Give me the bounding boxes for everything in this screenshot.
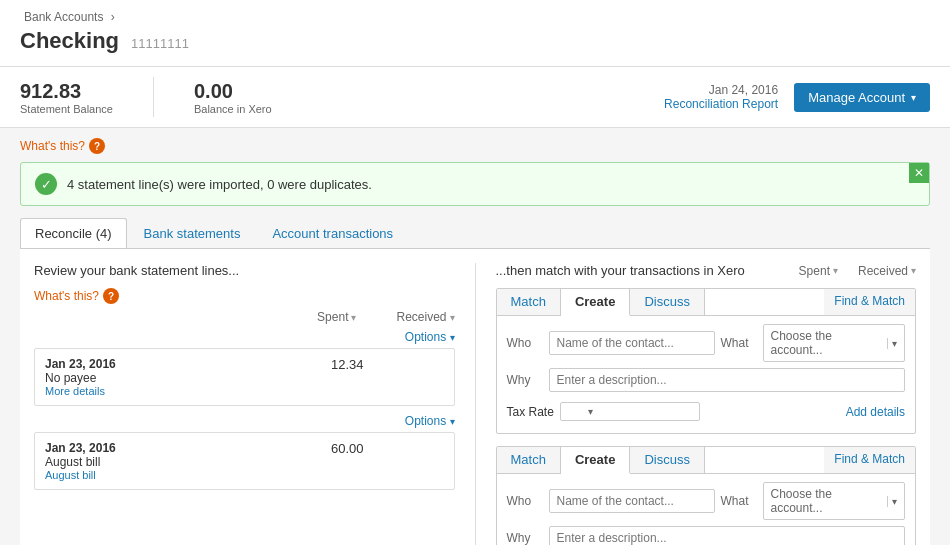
content-area: What's this? ? ✓ 4 statement line(s) wer…: [0, 128, 950, 545]
transaction-received-2: [364, 441, 444, 456]
check-icon: ✓: [35, 173, 57, 195]
match-tab-match-1[interactable]: Match: [497, 289, 561, 315]
match-area-1: Match Create Discuss Find & Match Who: [496, 288, 917, 434]
who-label-1: Who: [507, 336, 543, 350]
match-tabs-2: Match Create Discuss Find & Match: [497, 447, 916, 474]
who-input-1[interactable]: [549, 331, 715, 355]
transaction-amounts-2: 60.00: [294, 441, 444, 456]
spent-sort-icon: ▾: [351, 312, 356, 323]
why-row-2: Why: [507, 526, 906, 545]
why-input-2[interactable]: [549, 526, 906, 545]
transaction-detail-1[interactable]: More details: [45, 385, 294, 397]
transaction-name-1: No payee: [45, 371, 294, 385]
alert-close-button[interactable]: ✕: [909, 163, 929, 183]
why-input-1[interactable]: [549, 368, 906, 392]
left-panel: Review your bank statement lines... What…: [34, 263, 476, 545]
right-received-sort-icon: ▾: [911, 265, 916, 276]
match-tab-discuss-1[interactable]: Discuss: [630, 289, 705, 315]
match-tab-create-2[interactable]: Create: [561, 447, 630, 474]
what-select-arrow-2: ▾: [887, 496, 897, 507]
transaction-received-1: [364, 357, 444, 372]
transaction-info-1: Jan 23, 2016 No payee More details: [45, 357, 294, 397]
tab-bank-statements[interactable]: Bank statements: [129, 218, 256, 248]
manage-account-button[interactable]: Manage Account ▾: [794, 83, 930, 112]
who-row-2: Who What Choose the account... ▾: [507, 482, 906, 520]
page-title: Checking: [20, 28, 119, 54]
why-row-1: Why: [507, 368, 906, 392]
statement-balance: 912.83 Statement Balance: [20, 80, 113, 115]
left-received-header[interactable]: Received ▾: [396, 310, 454, 324]
match-tab-discuss-2[interactable]: Discuss: [630, 447, 705, 473]
options-caret-icon-1: ▾: [450, 332, 455, 343]
breadcrumb-separator: ›: [111, 10, 115, 24]
whats-this-top[interactable]: What's this? ?: [20, 138, 930, 154]
transaction-info-2: Jan 23, 2016 August bill August bill: [45, 441, 294, 481]
xero-amount: 0.00: [194, 80, 272, 103]
balance-right: Jan 24, 2016 Reconciliation Report Manag…: [664, 83, 930, 112]
tax-row-1: Tax Rate ▾ Add details: [507, 398, 906, 425]
right-received-header[interactable]: Received ▾: [858, 264, 916, 278]
balance-divider: [153, 77, 154, 117]
match-tabs-1: Match Create Discuss Find & Match: [497, 289, 916, 316]
manage-caret-icon: ▾: [911, 92, 916, 103]
left-col-headers: Spent ▾ Received ▾: [34, 310, 455, 324]
find-match-1[interactable]: Find & Match: [824, 289, 915, 315]
who-row-1: Who What Choose the account... ▾: [507, 324, 906, 362]
alert-message: 4 statement line(s) were imported, 0 wer…: [67, 177, 372, 192]
match-form-1: Who What Choose the account... ▾ Why: [497, 316, 916, 433]
balance-bar: 912.83 Statement Balance 0.00 Balance in…: [0, 67, 950, 128]
transaction-date-1: Jan 23, 2016: [45, 357, 294, 371]
tax-select-1[interactable]: ▾: [560, 402, 700, 421]
whats-this-left[interactable]: What's this? ?: [34, 288, 455, 304]
options-link-1[interactable]: Options ▾: [34, 330, 455, 344]
right-panel-header: ...then match with your transactions in …: [496, 263, 917, 278]
options-link-2[interactable]: Options ▾: [34, 414, 455, 428]
tax-label-1: Tax Rate: [507, 405, 554, 419]
transaction-date-2: Jan 23, 2016: [45, 441, 294, 455]
who-label-2: Who: [507, 494, 543, 508]
received-sort-icon: ▾: [450, 312, 455, 323]
who-input-2[interactable]: [549, 489, 715, 513]
transaction-spent-2: 60.00: [294, 441, 364, 456]
right-spent-header[interactable]: Spent ▾: [799, 264, 838, 278]
find-match-2[interactable]: Find & Match: [824, 447, 915, 473]
match-tab-create-1[interactable]: Create: [561, 289, 630, 316]
tab-reconcile[interactable]: Reconcile (4): [20, 218, 127, 248]
left-panel-desc: Review your bank statement lines...: [34, 263, 455, 278]
breadcrumb[interactable]: Bank Accounts ›: [20, 10, 930, 24]
tax-select-arrow-1: ▾: [588, 406, 593, 417]
account-number: 11111111: [131, 36, 189, 51]
transaction-detail-2[interactable]: August bill: [45, 469, 294, 481]
what-select-1[interactable]: Choose the account... ▾: [763, 324, 906, 362]
transaction-spent-1: 12.34: [294, 357, 364, 372]
xero-balance: 0.00 Balance in Xero: [194, 80, 272, 115]
transaction-name-2: August bill: [45, 455, 294, 469]
statement-amount: 912.83: [20, 80, 113, 103]
left-spent-header[interactable]: Spent ▾: [317, 310, 356, 324]
transaction-row-2: Jan 23, 2016 August bill August bill 60.…: [34, 432, 455, 490]
what-select-arrow-1: ▾: [887, 338, 897, 349]
tab-account-transactions[interactable]: Account transactions: [257, 218, 408, 248]
xero-label: Balance in Xero: [194, 103, 272, 115]
whats-this-left-icon: ?: [103, 288, 119, 304]
alert-banner: ✓ 4 statement line(s) were imported, 0 w…: [20, 162, 930, 206]
breadcrumb-parent[interactable]: Bank Accounts: [24, 10, 103, 24]
statement-label: Statement Balance: [20, 103, 113, 115]
what-select-2[interactable]: Choose the account... ▾: [763, 482, 906, 520]
right-panel-desc: ...then match with your transactions in …: [496, 263, 789, 278]
reconciliation-link[interactable]: Reconciliation Report: [664, 97, 778, 111]
reconcile-area: Review your bank statement lines... What…: [20, 249, 930, 545]
page-header: Bank Accounts › Checking 11111111: [0, 0, 950, 67]
what-label-1: What: [721, 336, 757, 350]
why-label-2: Why: [507, 531, 543, 545]
add-details-1[interactable]: Add details: [846, 405, 905, 419]
right-col-headers: Spent ▾ Received ▾: [789, 264, 916, 278]
why-label-1: Why: [507, 373, 543, 387]
match-form-2: Who What Choose the account... ▾ Why: [497, 474, 916, 545]
balance-date: Jan 24, 2016: [664, 83, 778, 97]
match-tab-match-2[interactable]: Match: [497, 447, 561, 473]
main-tabs: Reconcile (4) Bank statements Account tr…: [20, 218, 930, 249]
right-spent-sort-icon: ▾: [833, 265, 838, 276]
transaction-row-1: Jan 23, 2016 No payee More details 12.34: [34, 348, 455, 406]
options-caret-icon-2: ▾: [450, 416, 455, 427]
